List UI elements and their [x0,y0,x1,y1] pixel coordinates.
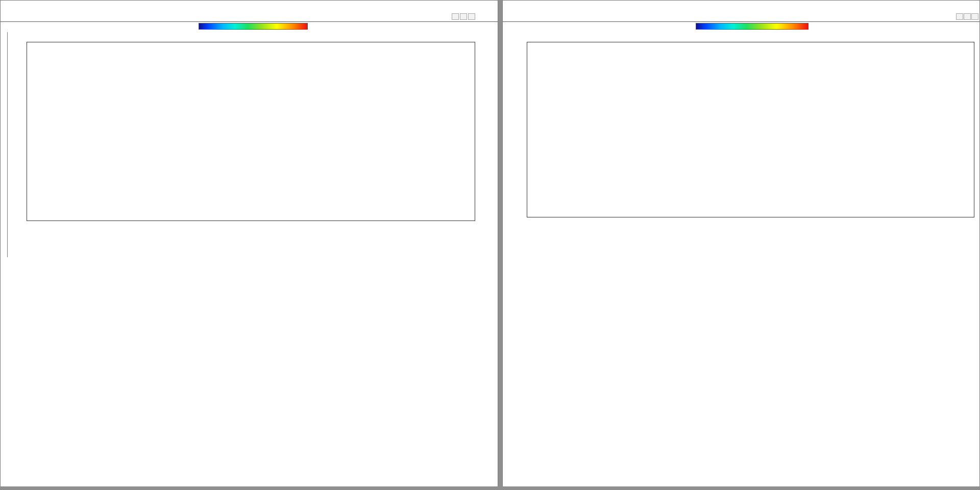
left-velocity-contour-plot[interactable] [27,42,475,220]
right-color-scale [696,23,808,30]
left-magnitude-series-plot[interactable] [30,361,475,486]
minimize-icon[interactable] [937,1,952,11]
left-color-scale [199,23,308,30]
right-menubar [503,12,979,22]
right-direction-series-plot[interactable] [530,245,976,361]
maximize-icon[interactable] [455,1,471,11]
mdi-close-icon[interactable] [468,13,475,20]
mdi-minimize-icon[interactable] [452,13,459,20]
close-icon[interactable] [473,1,488,11]
mdi-restore-icon[interactable] [460,13,467,20]
mdi-close-icon[interactable] [971,13,978,20]
right-magnitude-series-plot[interactable] [530,361,976,486]
right-titlebar[interactable] [503,1,979,12]
mdi-restore-icon[interactable] [964,13,971,20]
left-direction-series-plot[interactable] [30,245,475,361]
left-menubar [1,12,498,22]
mdi-minimize-icon[interactable] [956,13,963,20]
window-edge-artifact [7,32,8,257]
minimize-icon[interactable] [437,1,453,11]
desktop [0,0,980,490]
maximize-icon[interactable] [954,1,970,11]
close-icon[interactable] [971,1,980,11]
window-bottom-edge [0,486,980,490]
right-velocity-contour-plot[interactable] [527,42,974,217]
left-titlebar[interactable] [1,1,498,12]
